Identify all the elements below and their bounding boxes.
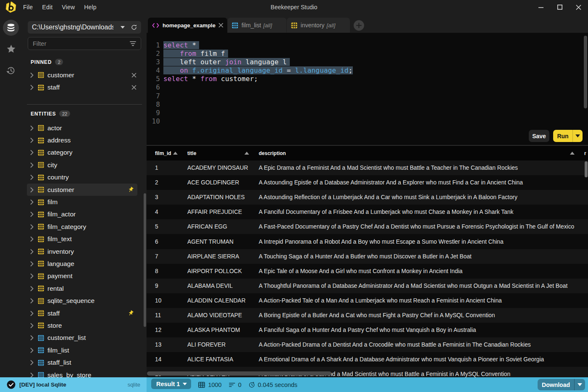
table-row[interactable]: 1ACADEMY DINOSAURA Epic Drama of a Femin… — [147, 160, 588, 175]
cell-title[interactable]: ACADEMY DINOSAUR — [181, 165, 253, 171]
entity-item-language[interactable]: language — [27, 258, 137, 270]
run-options-caret[interactable] — [572, 130, 583, 142]
code-line-4[interactable]: 4 on f.original_language_id = l.language… — [147, 66, 588, 75]
cell-film_id[interactable]: 7 — [147, 253, 181, 260]
cell-title[interactable]: AFRICAN EGG — [181, 224, 253, 230]
table-row[interactable]: 14ALICE FANTASIAA Emotional Drama of a A… — [147, 352, 588, 367]
entity-item-customer[interactable]: customer — [27, 184, 137, 196]
cell-film_id[interactable]: 10 — [147, 297, 181, 304]
refresh-icon[interactable] — [131, 24, 137, 31]
entity-item-film_text[interactable]: film_text — [27, 233, 137, 245]
cell-title[interactable]: ALADDIN CALENDAR — [181, 297, 253, 304]
entity-item-store[interactable]: store — [27, 319, 137, 331]
table-row[interactable]: 10ALADDIN CALENDARA Action-Packed Tale o… — [147, 293, 588, 308]
pinned-indicator[interactable] — [128, 187, 134, 193]
cell-description[interactable]: A Astounding Epistle of a Database Admin… — [253, 179, 578, 186]
cell-title[interactable]: ALICE FANTASIA — [181, 356, 253, 363]
history-rail-button[interactable] — [0, 66, 22, 76]
results-vertical-scrollbar[interactable] — [585, 161, 588, 177]
save-button[interactable]: Save — [529, 130, 549, 142]
entity-item-staff[interactable]: staff — [27, 307, 137, 319]
code-line-8[interactable]: 8 — [147, 100, 588, 109]
table-row[interactable]: 7AIRPLANE SIERRAA Touching Saga of a Hun… — [147, 249, 588, 264]
code-line-2[interactable]: 2 from film f — [147, 50, 588, 58]
unpin-button[interactable] — [131, 73, 136, 78]
code-line-5[interactable]: 5select * from customer; — [147, 75, 588, 83]
cell-description[interactable]: A Fast-Paced Documentary of a Pastry Che… — [253, 224, 578, 230]
results-horizontal-scrollbar[interactable] — [147, 371, 331, 376]
cell-title[interactable]: ACE GOLDFINGER — [181, 179, 253, 186]
cell-title[interactable]: ALAMO VIDEOTAPE — [181, 312, 253, 318]
code-line-7[interactable]: 7 — [147, 92, 588, 100]
code-line-1[interactable]: 1select * — [147, 41, 588, 50]
cell-film_id[interactable]: 14 — [147, 356, 181, 363]
column-header-description[interactable]: description — [253, 146, 578, 160]
result-selector-button[interactable]: Result 1 — [151, 379, 191, 389]
cell-film_id[interactable]: 6 — [147, 239, 181, 245]
table-row[interactable]: 12ALASKA PHANTOMA Fanciful Saga of a Hun… — [147, 323, 588, 337]
cell-description[interactable]: A Action-Packed Tale of a Man And a Lumb… — [253, 297, 578, 304]
maximize-button[interactable] — [550, 0, 569, 14]
close-tab-button[interactable] — [218, 23, 223, 28]
new-tab-button[interactable] — [354, 20, 364, 31]
entity-item-customer_list[interactable]: customer_list — [27, 332, 137, 344]
cell-title[interactable]: AGENT TRUMAN — [181, 239, 253, 245]
pinned-indicator[interactable] — [128, 310, 134, 316]
cell-film_id[interactable]: 11 — [147, 312, 181, 318]
cell-film_id[interactable]: 1 — [147, 165, 181, 171]
code-line-3[interactable]: 3 left outer join language l — [147, 58, 588, 66]
pinned-item-customer[interactable]: customer — [27, 69, 137, 81]
entity-item-sales_by_store[interactable]: sales_by_store — [27, 369, 137, 377]
table-row[interactable]: 8AIRPORT POLLOCKA Epic Tale of a Moose A… — [147, 264, 588, 279]
cell-description[interactable]: A Boring Epistle of a Butler And a Cat w… — [253, 312, 578, 318]
table-row[interactable]: 11ALAMO VIDEOTAPEA Boring Epistle of a B… — [147, 308, 588, 323]
table-row[interactable]: 13ALI FOREVERA Action-Packed Drama of a … — [147, 337, 588, 352]
code-line-6[interactable]: 6 — [147, 83, 588, 92]
editor-scrollbar[interactable] — [584, 36, 587, 108]
minimize-button[interactable] — [531, 0, 550, 14]
cell-film_id[interactable]: 8 — [147, 268, 181, 274]
cell-film_id[interactable]: 12 — [147, 327, 181, 333]
sidebar-filter[interactable]: Filter — [28, 37, 141, 50]
entity-item-rental[interactable]: rental — [27, 282, 137, 295]
entity-item-payment[interactable]: payment — [27, 270, 137, 282]
cell-description[interactable]: A Intrepid Panorama of a Robot And a Boy… — [253, 239, 578, 245]
connection-name[interactable]: [DEV] local Sqlite — [19, 381, 66, 388]
download-button[interactable]: Download — [538, 379, 585, 390]
connection-select[interactable]: C:\Users\ghstng\Downloads — [28, 21, 141, 34]
cell-film_id[interactable]: 2 — [147, 179, 181, 186]
cell-film_id[interactable]: 3 — [147, 194, 181, 200]
entity-item-film[interactable]: film — [27, 196, 137, 208]
entity-item-inventory[interactable]: inventory — [27, 245, 137, 258]
sql-editor[interactable]: 1select *2 from film f3 left outer join … — [147, 33, 588, 145]
code-line-10[interactable]: 10 — [147, 117, 588, 126]
cell-film_id[interactable]: 13 — [147, 342, 181, 348]
entity-item-category[interactable]: category — [27, 147, 137, 159]
cell-film_id[interactable]: 5 — [147, 224, 181, 230]
cell-title[interactable]: AIRPORT POLLOCK — [181, 268, 253, 274]
table-row[interactable]: 3ADAPTATION HOLESA Astounding Reflection… — [147, 190, 588, 205]
cell-description[interactable]: A Touching Saga of a Hunter And a Butler… — [253, 253, 578, 260]
cell-title[interactable]: AFFAIR PREJUDICE — [181, 209, 253, 215]
cell-description[interactable]: A Fanciful Saga of a Hunter And a Pastry… — [253, 327, 578, 333]
pinned-item-staff[interactable]: staff — [27, 81, 137, 93]
cell-title[interactable]: ALASKA PHANTOM — [181, 327, 253, 333]
cell-description[interactable]: A Astounding Reflection of a Lumberjack … — [253, 194, 578, 200]
table-row[interactable]: 4AFFAIR PREJUDICEA Fanciful Documentary … — [147, 205, 588, 219]
entity-item-film_category[interactable]: film_category — [27, 221, 137, 233]
table-row[interactable]: 5AFRICAN EGGA Fast-Paced Documentary of … — [147, 219, 588, 234]
code-line-9[interactable]: 9 — [147, 109, 588, 117]
entity-item-country[interactable]: country — [27, 171, 137, 184]
cell-title[interactable]: ADAPTATION HOLES — [181, 194, 253, 200]
connections-rail-button[interactable] — [0, 20, 22, 36]
cell-description[interactable]: A Fanciful Documentary of a Frisbee And … — [253, 209, 578, 215]
entity-item-film_actor[interactable]: film_actor — [27, 208, 137, 221]
cell-description[interactable]: A Action-Packed Drama of a Dentist And a… — [253, 342, 578, 348]
close-window-button[interactable] — [569, 0, 588, 14]
unpin-button[interactable] — [131, 85, 136, 90]
cell-title[interactable]: ALABAMA DEVIL — [181, 283, 253, 289]
cell-description[interactable]: A Thoughtful Panorama of a Database Admi… — [253, 283, 578, 289]
column-header-r[interactable]: r — [578, 146, 588, 160]
tab-inventory[interactable]: inventory [all] — [287, 18, 350, 33]
table-row[interactable]: 9ALABAMA DEVILA Thoughtful Panorama of a… — [147, 279, 588, 293]
